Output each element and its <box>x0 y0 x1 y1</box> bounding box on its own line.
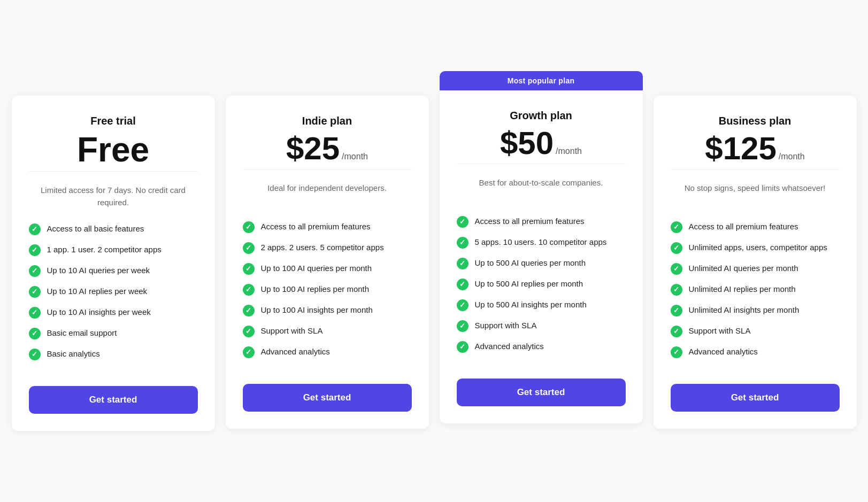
divider-indie <box>243 169 412 169</box>
features-list-growth: Access to all premium features 5 apps. 1… <box>457 215 626 361</box>
pricing-container: Free trial Free Limited access for 7 day… <box>12 71 857 431</box>
feature-item: Up to 100 AI replies per month <box>243 283 412 296</box>
plan-period-indie: /month <box>342 152 368 161</box>
feature-text: Basic email support <box>47 327 117 339</box>
get-started-button-indie[interactable]: Get started <box>243 384 412 412</box>
check-icon <box>671 326 682 337</box>
check-icon <box>243 221 255 233</box>
feature-item: Basic email support <box>29 327 198 339</box>
feature-text: Up to 10 AI queries per week <box>47 265 150 276</box>
get-started-button-growth[interactable]: Get started <box>457 379 626 406</box>
check-icon <box>671 263 682 275</box>
check-icon <box>29 244 41 256</box>
feature-item: Advanced analytics <box>671 346 840 358</box>
feature-item: Up to 100 AI insights per month <box>243 304 412 316</box>
feature-item: Up to 10 AI queries per week <box>29 265 198 277</box>
check-icon <box>671 346 682 358</box>
feature-item: Support with SLA <box>243 325 412 337</box>
plan-name-business: Business plan <box>671 115 840 127</box>
feature-text: Advanced analytics <box>689 346 758 358</box>
plan-description-free: Limited access for 7 days. No credit car… <box>29 184 198 210</box>
features-list-indie: Access to all premium features 2 apps. 2… <box>243 221 412 367</box>
feature-item: Support with SLA <box>457 320 626 332</box>
plan-description-growth: Best for about-to-scale companies. <box>457 177 626 203</box>
plan-price-row-free: Free <box>29 133 198 167</box>
check-icon <box>671 305 682 316</box>
feature-item: Advanced analytics <box>457 341 626 353</box>
check-icon <box>243 263 255 275</box>
feature-item: Access to all premium features <box>243 221 412 233</box>
feature-text: Unlimited AI queries per month <box>689 262 798 274</box>
feature-text: Advanced analytics <box>261 346 330 358</box>
feature-item: Up to 500 AI replies per month <box>457 278 626 290</box>
feature-text: Advanced analytics <box>475 341 544 352</box>
divider-business <box>671 169 840 169</box>
feature-text: Basic analytics <box>47 348 100 360</box>
check-icon <box>671 284 682 296</box>
check-icon <box>457 258 468 269</box>
check-icon <box>243 284 255 296</box>
feature-item: Advanced analytics <box>243 346 412 358</box>
check-icon <box>29 286 41 298</box>
feature-item: Up to 500 AI insights per month <box>457 299 626 311</box>
feature-text: 5 apps. 10 users. 10 competitor apps <box>475 236 607 248</box>
check-icon <box>243 346 255 358</box>
feature-item: Access to all premium features <box>457 215 626 228</box>
divider-free <box>29 171 198 172</box>
feature-text: Up to 10 AI replies per week <box>47 285 148 297</box>
feature-item: Access to all premium features <box>671 221 840 233</box>
plan-price-growth: $50 <box>500 127 554 159</box>
feature-item: Unlimited AI insights per month <box>671 304 840 316</box>
plan-wrapper-indie: Indie plan $25 /month Ideal for independ… <box>226 71 429 429</box>
plan-description-business: No stop signs, speed limits whatsoever! <box>671 182 840 208</box>
plan-period-business: /month <box>779 152 805 161</box>
check-icon <box>29 265 41 277</box>
get-started-button-business[interactable]: Get started <box>671 384 840 412</box>
feature-text: Up to 10 AI insights per week <box>47 306 151 318</box>
plan-price-free: Free <box>77 133 149 167</box>
feature-item: Support with SLA <box>671 325 840 337</box>
feature-item: 5 apps. 10 users. 10 competitor apps <box>457 236 626 249</box>
plan-card-growth: Growth plan $50 /month Best for about-to… <box>440 90 643 423</box>
feature-text: Support with SLA <box>261 325 323 337</box>
features-list-business: Access to all premium features Unlimited… <box>671 221 840 367</box>
feature-text: Up to 100 AI insights per month <box>261 304 373 316</box>
check-icon <box>671 242 682 254</box>
plan-wrapper-growth: Most popular planGrowth plan $50 /month … <box>440 71 643 423</box>
get-started-button-free[interactable]: Get started <box>29 386 198 414</box>
check-icon <box>243 326 255 337</box>
feature-item: Up to 100 AI queries per month <box>243 262 412 275</box>
feature-text: Access to all premium features <box>261 221 371 233</box>
feature-item: Up to 500 AI queries per month <box>457 257 626 269</box>
feature-text: Unlimited apps, users, competitor apps <box>689 242 827 253</box>
check-icon <box>671 221 682 233</box>
check-icon <box>29 328 41 339</box>
feature-text: Support with SLA <box>475 320 537 331</box>
feature-item: Unlimited AI queries per month <box>671 262 840 275</box>
features-list-free: Access to all basic features 1 app. 1 us… <box>29 223 198 369</box>
plan-card-indie: Indie plan $25 /month Ideal for independ… <box>226 96 429 429</box>
check-icon <box>243 242 255 254</box>
check-icon <box>29 223 41 235</box>
feature-text: Unlimited AI replies per month <box>689 283 796 295</box>
plan-name-indie: Indie plan <box>243 115 412 127</box>
feature-item: Unlimited apps, users, competitor apps <box>671 242 840 254</box>
popular-badge: Most popular plan <box>440 71 643 90</box>
plan-price-business: $125 <box>705 133 776 165</box>
divider-growth <box>457 164 626 164</box>
feature-item: 2 apps. 2 users. 5 competitor apps <box>243 242 412 254</box>
check-icon <box>457 216 468 228</box>
plan-card-business: Business plan $125 /month No stop signs,… <box>654 96 857 429</box>
check-icon <box>457 237 468 249</box>
feature-text: 1 app. 1 user. 2 competitor apps <box>47 244 162 256</box>
plan-price-row-business: $125 /month <box>671 133 840 165</box>
feature-item: Basic analytics <box>29 348 198 360</box>
feature-item: Unlimited AI replies per month <box>671 283 840 296</box>
check-icon <box>457 299 468 311</box>
plan-name-free: Free trial <box>29 115 198 127</box>
plan-price-indie: $25 <box>286 133 340 165</box>
feature-text: Access to all premium features <box>689 221 798 233</box>
check-icon <box>457 341 468 353</box>
feature-item: Up to 10 AI replies per week <box>29 285 198 298</box>
feature-text: Up to 500 AI queries per month <box>475 257 586 269</box>
